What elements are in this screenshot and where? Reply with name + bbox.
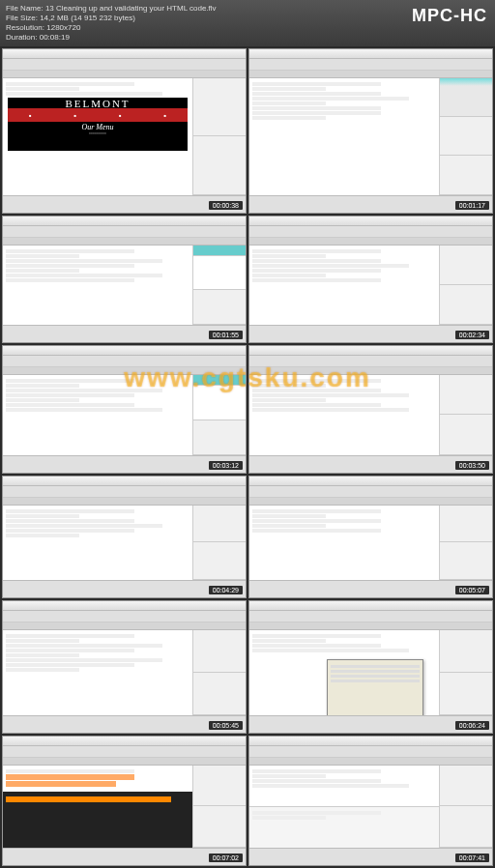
code-editor <box>3 246 192 326</box>
timestamp: 00:00:38 <box>209 201 243 210</box>
side-panels <box>439 246 492 326</box>
app-titlebar <box>3 49 246 59</box>
thumbnail[interactable]: 00:01:55 <box>2 216 247 344</box>
results-panel <box>3 792 192 849</box>
thumbnail[interactable]: BELMONT ■■■■ Our Menu ━━━━━━━━━ 00:00:38 <box>2 48 247 214</box>
side-panels <box>192 506 246 581</box>
code-editor <box>249 375 439 455</box>
thumbnail[interactable]: 00:03:50 <box>248 345 493 474</box>
code-editor <box>249 78 439 195</box>
thumbnail[interactable]: 00:05:07 <box>248 476 493 599</box>
side-panels <box>439 506 492 581</box>
code-editor: BELMONT ■■■■ Our Menu ━━━━━━━━━ <box>3 78 192 195</box>
code-editor <box>3 766 192 792</box>
thumbnail[interactable]: 00:01:17 <box>248 48 493 214</box>
results-panel <box>249 806 439 848</box>
timestamp: 00:07:41 <box>455 854 489 862</box>
side-panels <box>192 78 246 195</box>
code-editor <box>249 630 439 715</box>
thumbnail[interactable]: 00:05:45 <box>2 600 247 734</box>
code-editor <box>249 766 439 806</box>
timestamp: 00:02:34 <box>455 331 489 339</box>
side-panels <box>192 766 246 849</box>
side-panels <box>439 766 492 849</box>
timestamp: 00:06:24 <box>455 721 489 730</box>
side-panels <box>192 630 246 715</box>
player-header: File Name: 13 Cleaning up and validating… <box>0 0 495 46</box>
code-editor <box>3 375 192 455</box>
design-preview: BELMONT ■■■■ Our Menu ━━━━━━━━━ <box>8 98 188 151</box>
side-panels <box>192 375 246 455</box>
side-panels <box>439 630 492 715</box>
thumbnail[interactable]: 00:04:29 <box>2 476 247 599</box>
thumbnail[interactable]: 00:03:12 <box>2 345 247 474</box>
side-panels <box>439 78 492 195</box>
side-panels <box>192 246 246 326</box>
code-editor <box>3 630 192 715</box>
timestamp: 00:03:50 <box>455 461 489 470</box>
thumbnail[interactable]: 00:07:41 <box>248 736 493 867</box>
timestamp: 00:03:12 <box>209 461 243 470</box>
timestamp: 00:05:07 <box>455 586 489 594</box>
dialog-window <box>327 659 423 715</box>
player-brand: MPC-HC <box>412 6 487 26</box>
timestamp: 00:01:17 <box>455 201 489 210</box>
thumbnail[interactable]: 00:07:02 <box>2 736 247 867</box>
timestamp: 00:07:02 <box>209 854 243 862</box>
thumbnail[interactable]: 00:02:34 <box>248 216 493 344</box>
thumbnail-grid: BELMONT ■■■■ Our Menu ━━━━━━━━━ 00:00:38 <box>0 46 495 868</box>
app-toolbar <box>3 59 246 71</box>
code-editor <box>249 246 439 326</box>
code-editor <box>3 506 192 581</box>
app-tabs <box>3 71 246 78</box>
timestamp: 00:05:45 <box>209 721 243 730</box>
side-panels <box>439 375 492 455</box>
code-editor <box>249 506 439 581</box>
timestamp: 00:01:55 <box>209 331 243 339</box>
timestamp: 00:04:29 <box>209 586 243 594</box>
thumbnail[interactable]: 00:06:24 <box>248 600 493 734</box>
